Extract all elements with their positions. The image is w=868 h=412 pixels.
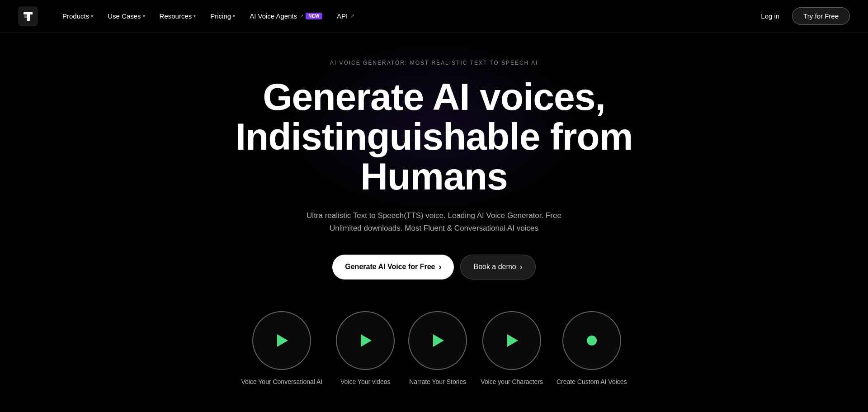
login-button[interactable]: Log in	[755, 9, 785, 24]
card-label-conversational-ai: Voice Your Conversational AI	[241, 378, 322, 385]
play-button-voice-videos[interactable]	[336, 311, 395, 370]
play-icon	[507, 334, 518, 347]
chevron-down-icon: ▾	[143, 14, 145, 19]
logo[interactable]	[18, 6, 38, 26]
arrow-icon: ›	[439, 262, 441, 272]
nav-item-api[interactable]: API ↗	[330, 9, 361, 24]
card-label-custom-ai-voices: Create Custom AI Voices	[557, 378, 627, 385]
play-icon	[361, 334, 372, 347]
hero-eyebrow: AI VOICE GENERATOR: MOST REALISTIC TEXT …	[330, 60, 538, 66]
hero-buttons: Generate AI Voice for Free › Book a demo…	[332, 255, 535, 279]
card-narrate-stories: Narrate Your Stories	[408, 311, 467, 385]
play-button-conversational-ai[interactable]	[252, 311, 311, 370]
chevron-down-icon: ▾	[91, 14, 93, 19]
record-button-custom-ai-voices[interactable]	[562, 311, 621, 370]
try-for-free-button[interactable]: Try for Free	[792, 7, 850, 25]
play-icon	[433, 334, 444, 347]
card-label-voice-videos: Voice Your videos	[340, 378, 391, 385]
chevron-down-icon: ▾	[193, 14, 196, 19]
nav-item-ai-voice-agents[interactable]: AI Voice Agents ↗ NEW	[243, 9, 329, 24]
feature-cards-row: Voice Your Conversational AI Voice Your …	[18, 311, 850, 385]
nav-links: Products ▾ Use Cases ▾ Resources ▾ Prici…	[56, 9, 755, 24]
arrow-icon: ›	[520, 262, 523, 272]
navigation: Products ▾ Use Cases ▾ Resources ▾ Prici…	[0, 0, 868, 33]
nav-actions: Log in Try for Free	[755, 7, 850, 25]
card-conversational-ai: Voice Your Conversational AI	[241, 311, 322, 385]
nav-item-pricing[interactable]: Pricing ▾	[204, 9, 241, 24]
book-demo-button[interactable]: Book a demo ›	[460, 255, 535, 279]
record-icon	[587, 336, 597, 346]
hero-section: AI VOICE GENERATOR: MOST REALISTIC TEXT …	[0, 33, 868, 403]
nav-item-resources[interactable]: Resources ▾	[153, 9, 203, 24]
nav-item-use-cases[interactable]: Use Cases ▾	[101, 9, 151, 24]
card-label-voice-characters: Voice your Characters	[481, 378, 543, 385]
generate-voice-button[interactable]: Generate AI Voice for Free ›	[332, 255, 454, 279]
card-label-narrate-stories: Narrate Your Stories	[409, 378, 466, 385]
external-link-icon: ↗	[300, 13, 304, 19]
hero-title: Generate AI voices, Indistinguishable fr…	[236, 77, 633, 197]
play-icon	[277, 334, 288, 347]
card-custom-ai-voices: Create Custom AI Voices	[557, 311, 627, 385]
play-button-narrate-stories[interactable]	[408, 311, 467, 370]
play-button-voice-characters[interactable]	[482, 311, 541, 370]
nav-item-products[interactable]: Products ▾	[56, 9, 99, 24]
external-link-icon: ↗	[350, 13, 354, 19]
card-voice-characters: Voice your Characters	[481, 311, 543, 385]
hero-subtitle: Ultra realistic Text to Speech(TTS) voic…	[303, 209, 565, 235]
chevron-down-icon: ▾	[233, 14, 235, 19]
card-voice-videos: Voice Your videos	[336, 311, 395, 385]
